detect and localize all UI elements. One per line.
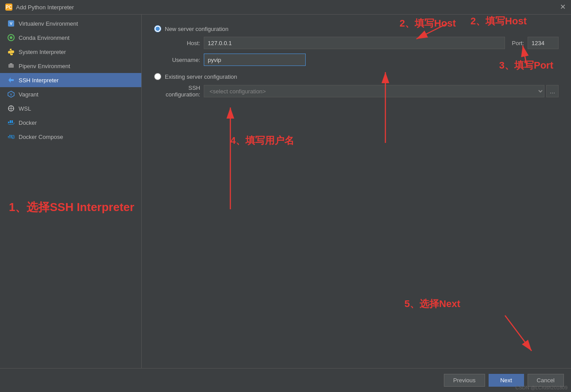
svg-marker-6 <box>8 77 14 83</box>
svg-text:V: V <box>10 92 12 96</box>
app-icon: PC <box>5 4 12 11</box>
host-input[interactable] <box>204 37 505 49</box>
ssh-config-select[interactable]: <select configuration> <box>204 85 544 97</box>
sidebar-label-conda: Conda Environment <box>19 35 70 41</box>
sidebar-item-conda[interactable]: Conda Environment <box>0 31 141 45</box>
new-server-label: New server configuration <box>165 26 229 32</box>
username-label: Username: <box>165 57 200 63</box>
svg-line-30 <box>505 315 532 351</box>
sidebar-item-system[interactable]: System Interpreter <box>0 45 141 59</box>
vagrant-icon: V <box>7 90 15 98</box>
svg-rect-12 <box>8 122 9 123</box>
new-server-radio-row: New server configuration <box>154 25 559 32</box>
sidebar-label-virtualenv: Virtualenv Environment <box>19 20 78 27</box>
new-server-form: Host: Port: Username: <box>165 37 559 66</box>
ssh-config-input-group: <select configuration> … <box>204 85 559 97</box>
svg-rect-13 <box>10 122 11 123</box>
sidebar-item-virtualenv[interactable]: V Virtualenv Environment <box>0 16 141 31</box>
sidebar-label-pipenv: Pipenv Environment <box>19 63 70 69</box>
svg-rect-17 <box>8 136 9 137</box>
pipenv-icon <box>7 62 15 70</box>
annotations-layer: 2、填写Host <box>142 15 571 368</box>
existing-server-radio[interactable] <box>154 73 161 80</box>
arrows-svg <box>142 15 571 368</box>
svg-rect-16 <box>12 120 13 122</box>
previous-button[interactable]: Previous <box>444 374 485 387</box>
dialog-title: Add Python Interpreter <box>16 4 74 11</box>
title-bar: PC Add Python Interpreter ✕ <box>0 0 571 15</box>
sidebar-label-wsl: WSL <box>19 105 31 112</box>
ssh-more-button[interactable]: … <box>546 85 559 97</box>
existing-server-form: SSH configuration: <select configuration… <box>165 85 559 98</box>
content-area: V Virtualenv Environment Conda Environme… <box>0 15 571 368</box>
sidebar-label-docker-compose: Docker Compose <box>19 134 63 140</box>
new-server-radio[interactable] <box>154 25 161 32</box>
username-input[interactable] <box>204 54 306 66</box>
docker-compose-icon <box>7 133 15 141</box>
svg-rect-4 <box>8 64 14 68</box>
existing-server-radio-row: Existing server configuration <box>154 73 559 80</box>
sidebar-item-docker-compose[interactable]: Docker Compose <box>0 130 141 144</box>
sidebar: V Virtualenv Environment Conda Environme… <box>0 15 142 368</box>
svg-rect-15 <box>10 120 11 122</box>
annotation-4-text: 4、填写用户名 <box>230 134 294 147</box>
svg-rect-14 <box>12 122 13 123</box>
username-row: Username: <box>165 54 559 66</box>
host-row: Host: Port: <box>165 37 559 49</box>
virtualenv-icon: V <box>7 19 15 27</box>
sidebar-item-vagrant[interactable]: V Vagrant <box>0 87 141 101</box>
main-panel: New server configuration Host: Port: Use… <box>142 15 571 368</box>
port-label: Port: <box>512 40 524 46</box>
sidebar-item-ssh[interactable]: SSH Interpreter <box>0 73 141 87</box>
svg-rect-20 <box>9 135 10 136</box>
existing-server-label: Existing server configuration <box>165 73 237 80</box>
port-input[interactable] <box>528 37 559 49</box>
footer: Previous Next Cancel <box>0 368 571 392</box>
wsl-icon <box>7 104 15 112</box>
svg-text:V: V <box>10 21 12 26</box>
dialog: PC Add Python Interpreter ✕ V Virtualenv… <box>0 0 571 392</box>
docker-icon <box>7 119 15 127</box>
conda-icon <box>7 34 15 42</box>
svg-rect-21 <box>11 135 12 136</box>
sidebar-label-ssh: SSH Interpreter <box>19 77 58 84</box>
sidebar-item-wsl[interactable]: WSL <box>0 101 141 115</box>
ssh-icon <box>7 76 15 84</box>
annotation-5-text: 5、选择Next <box>404 297 460 311</box>
title-bar-left: PC Add Python Interpreter <box>5 4 74 11</box>
sidebar-item-docker[interactable]: Docker <box>0 115 141 130</box>
host-label: Host: <box>165 40 200 46</box>
svg-rect-19 <box>11 136 12 137</box>
close-button[interactable]: ✕ <box>560 4 566 11</box>
ssh-config-row: SSH configuration: <select configuration… <box>165 85 559 98</box>
sidebar-label-system: System Interpreter <box>19 49 66 55</box>
sidebar-label-docker: Docker <box>19 119 37 126</box>
svg-rect-5 <box>10 63 12 65</box>
sidebar-label-vagrant: Vagrant <box>19 91 39 98</box>
svg-point-3 <box>10 36 12 39</box>
python-icon <box>7 48 15 56</box>
ssh-config-label: SSH configuration: <box>165 85 200 98</box>
sidebar-item-pipenv[interactable]: Pipenv Environment <box>0 59 141 73</box>
watermark: CSDN @LCrush201809 <box>515 385 567 390</box>
svg-rect-18 <box>9 136 10 137</box>
